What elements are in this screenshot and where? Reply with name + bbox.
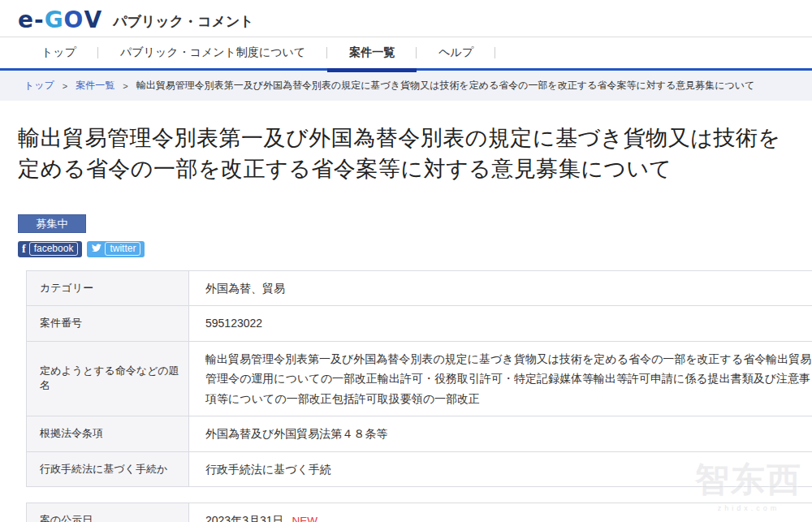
row-value: 輸出貿易管理令別表第一及び外国為替令別表の規定に基づき貨物又は技術を定める省令の… [189,341,812,416]
facebook-share-label: facebook [29,242,79,256]
main-content: 輸出貿易管理令別表第一及び外国為替令別表の規定に基づき貨物又は技術を定める省令の… [0,123,812,522]
breadcrumb-link-top[interactable]: トップ [24,79,54,93]
row-label: 行政手続法に基づく手続か [27,451,189,487]
site-header: e - G O V パブリック・コメント [0,0,812,37]
facebook-share-button[interactable]: f facebook [18,241,82,257]
twitter-share-label: twitter [105,242,140,256]
publication-date: 2023年3月31日 [205,514,284,522]
row-value: 行政手続法に基づく手続 [189,451,812,487]
tab-case-list[interactable]: 案件一覧 [327,37,417,68]
table-row-publication-date: 案の公示日 2023年3月31日NEW [27,503,812,522]
active-tab-underline [327,68,417,72]
schedule-table: 案の公示日 2023年3月31日NEW 受付開始日時 2023年3月31日13時… [26,503,812,522]
row-label: 案件番号 [27,306,189,342]
logo-letter-o: O [64,9,84,32]
tab-top-label: トップ [41,45,76,60]
row-value: 外国為替及び外国貿易法第４８条等 [189,416,812,452]
facebook-icon: f [22,243,26,256]
logo-letter-e: e [18,9,34,32]
table-row-category: カテゴリー 外国為替、貿易 [27,270,812,306]
breadcrumb-link-case-list[interactable]: 案件一覧 [76,79,114,93]
row-label: 定めようとする命令などの題名 [27,341,189,416]
case-details-table: カテゴリー 外国為替、貿易 案件番号 595123022 定めようとする命令など… [26,270,812,488]
new-badge: NEW [292,515,318,522]
breadcrumb: トップ > 案件一覧 > 輸出貿易管理令別表第一及び外国為替令別表の規定に基づき… [0,71,812,101]
status-badge: 募集中 [18,214,86,233]
row-label: 根拠法令条項 [27,416,189,452]
row-label: カテゴリー [27,270,189,306]
table-row-ordinance-title: 定めようとする命令などの題名 輸出貿易管理令別表第一及び外国為替令別表の規定に基… [27,341,812,416]
row-value: 外国為替、貿易 [189,270,812,306]
logo-letter-g: G [45,9,64,32]
main-nav: トップ パブリック・コメント制度について 案件一覧 ヘルプ [0,37,812,71]
twitter-bird-icon [91,243,102,256]
twitter-share-button[interactable]: twitter [87,241,145,257]
tab-about-label: パブリック・コメント制度について [120,45,305,60]
table-row-legal-basis: 根拠法令条項 外国為替及び外国貿易法第４８条等 [27,416,812,452]
logo-dash: - [34,9,45,32]
breadcrumb-separator-icon: > [123,81,127,91]
share-buttons: f facebook twitter [18,241,794,257]
breadcrumb-separator-icon: > [63,81,67,91]
row-value: 2023年3月31日NEW [189,503,812,522]
tab-top[interactable]: トップ [19,37,98,68]
tab-help[interactable]: ヘルプ [417,37,495,68]
row-label: 案の公示日 [27,503,189,522]
row-value: 595123022 [189,306,812,342]
table-row-procedure-type: 行政手続法に基づく手続か 行政手続法に基づく手続 [27,451,812,487]
page-title: 輸出貿易管理令別表第一及び外国為替令別表の規定に基づき貨物又は技術を定める省令の… [18,123,794,185]
logo-letter-v: V [84,9,102,32]
service-title: パブリック・コメント [113,9,254,31]
table-row-case-number: 案件番号 595123022 [27,306,812,342]
tab-help-label: ヘルプ [438,45,473,60]
breadcrumb-current: 輸出貿易管理令別表第一及び外国為替令別表の規定に基づき貨物又は技術を定める省令の… [136,79,755,93]
egov-logo[interactable]: e - G O V [18,9,102,32]
tab-about-public-comment[interactable]: パブリック・コメント制度について [98,37,327,68]
tab-case-list-label: 案件一覧 [349,45,395,60]
